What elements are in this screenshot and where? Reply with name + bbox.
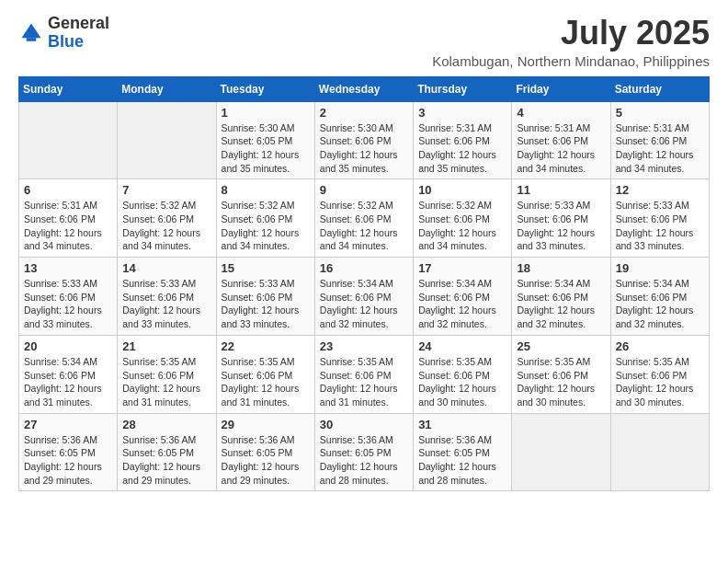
calendar-cell: 27Sunrise: 5:36 AMSunset: 6:05 PMDayligh… — [19, 413, 118, 491]
calendar-cell: 18Sunrise: 5:34 AMSunset: 6:06 PMDayligh… — [512, 258, 610, 336]
day-number: 17 — [418, 261, 506, 275]
day-number: 24 — [418, 339, 506, 353]
svg-rect-1 — [27, 38, 37, 41]
calendar-week-row: 1Sunrise: 5:30 AMSunset: 6:05 PMDaylight… — [19, 101, 710, 179]
day-number: 25 — [517, 339, 605, 353]
day-info: Sunrise: 5:35 AMSunset: 6:06 PMDaylight:… — [222, 355, 310, 409]
day-number: 11 — [517, 183, 605, 197]
logo-blue: Blue — [48, 32, 84, 51]
day-info: Sunrise: 5:30 AMSunset: 6:06 PMDaylight:… — [320, 121, 408, 176]
day-number: 10 — [418, 183, 506, 197]
calendar-cell: 28Sunrise: 5:36 AMSunset: 6:05 PMDayligh… — [118, 413, 216, 491]
day-number: 7 — [122, 183, 210, 197]
calendar-cell — [512, 413, 610, 491]
calendar-cell: 2Sunrise: 5:30 AMSunset: 6:06 PMDaylight… — [314, 101, 413, 179]
calendar-body: 1Sunrise: 5:30 AMSunset: 6:05 PMDaylight… — [19, 101, 710, 491]
day-info: Sunrise: 5:31 AMSunset: 6:06 PMDaylight:… — [517, 121, 605, 176]
calendar-cell: 13Sunrise: 5:33 AMSunset: 6:06 PMDayligh… — [19, 258, 118, 336]
calendar-cell: 3Sunrise: 5:31 AMSunset: 6:06 PMDaylight… — [414, 101, 512, 179]
calendar-cell: 26Sunrise: 5:35 AMSunset: 6:06 PMDayligh… — [610, 335, 709, 413]
day-info: Sunrise: 5:31 AMSunset: 6:06 PMDaylight:… — [24, 199, 112, 253]
day-info: Sunrise: 5:34 AMSunset: 6:06 PMDaylight:… — [517, 277, 605, 331]
logo-icon — [18, 20, 44, 46]
day-info: Sunrise: 5:36 AMSunset: 6:05 PMDaylight:… — [320, 433, 408, 488]
weekday-header: Thursday — [414, 76, 512, 101]
calendar-cell: 11Sunrise: 5:33 AMSunset: 6:06 PMDayligh… — [512, 179, 610, 258]
calendar-cell: 31Sunrise: 5:36 AMSunset: 6:05 PMDayligh… — [414, 413, 512, 491]
calendar-cell: 24Sunrise: 5:35 AMSunset: 6:06 PMDayligh… — [414, 335, 512, 413]
calendar-week-row: 20Sunrise: 5:34 AMSunset: 6:06 PMDayligh… — [19, 335, 710, 413]
calendar-cell: 20Sunrise: 5:34 AMSunset: 6:06 PMDayligh… — [19, 335, 118, 413]
day-info: Sunrise: 5:36 AMSunset: 6:05 PMDaylight:… — [122, 433, 210, 488]
day-number: 23 — [320, 339, 408, 353]
day-info: Sunrise: 5:33 AMSunset: 6:06 PMDaylight:… — [24, 277, 112, 331]
day-number: 14 — [122, 261, 210, 275]
weekday-header: Tuesday — [216, 76, 314, 101]
calendar-cell: 29Sunrise: 5:36 AMSunset: 6:05 PMDayligh… — [216, 413, 314, 491]
calendar-cell: 23Sunrise: 5:35 AMSunset: 6:06 PMDayligh… — [314, 335, 413, 413]
day-info: Sunrise: 5:32 AMSunset: 6:06 PMDaylight:… — [222, 199, 310, 253]
month-title: July 2025 — [432, 15, 710, 52]
day-info: Sunrise: 5:33 AMSunset: 6:06 PMDaylight:… — [517, 199, 605, 253]
calendar-cell: 12Sunrise: 5:33 AMSunset: 6:06 PMDayligh… — [610, 179, 709, 258]
calendar-week-row: 27Sunrise: 5:36 AMSunset: 6:05 PMDayligh… — [19, 413, 710, 491]
day-number: 13 — [24, 261, 112, 275]
day-number: 27 — [24, 418, 112, 431]
day-info: Sunrise: 5:30 AMSunset: 6:05 PMDaylight:… — [222, 121, 310, 176]
page-header: General Blue July 2025 Kolambugan, North… — [18, 15, 710, 69]
day-number: 2 — [320, 106, 408, 120]
calendar-cell — [610, 413, 709, 491]
calendar-cell — [19, 101, 118, 179]
day-info: Sunrise: 5:36 AMSunset: 6:05 PMDaylight:… — [418, 433, 506, 488]
calendar-table: SundayMondayTuesdayWednesdayThursdayFrid… — [18, 76, 710, 492]
day-info: Sunrise: 5:33 AMSunset: 6:06 PMDaylight:… — [222, 277, 310, 331]
day-info: Sunrise: 5:32 AMSunset: 6:06 PMDaylight:… — [418, 199, 506, 253]
day-number: 26 — [616, 339, 704, 353]
day-info: Sunrise: 5:35 AMSunset: 6:06 PMDaylight:… — [122, 355, 210, 409]
calendar-cell: 25Sunrise: 5:35 AMSunset: 6:06 PMDayligh… — [512, 335, 610, 413]
calendar-cell: 19Sunrise: 5:34 AMSunset: 6:06 PMDayligh… — [610, 258, 709, 336]
calendar-week-row: 6Sunrise: 5:31 AMSunset: 6:06 PMDaylight… — [19, 179, 710, 258]
calendar-cell: 1Sunrise: 5:30 AMSunset: 6:05 PMDaylight… — [216, 101, 314, 179]
day-number: 31 — [418, 418, 506, 431]
day-info: Sunrise: 5:35 AMSunset: 6:06 PMDaylight:… — [517, 355, 605, 409]
day-number: 15 — [222, 261, 310, 275]
calendar-week-row: 13Sunrise: 5:33 AMSunset: 6:06 PMDayligh… — [19, 258, 710, 336]
day-number: 19 — [616, 261, 704, 275]
calendar-cell: 17Sunrise: 5:34 AMSunset: 6:06 PMDayligh… — [414, 258, 512, 336]
weekday-header: Saturday — [610, 76, 709, 101]
calendar-cell — [118, 101, 216, 179]
day-number: 21 — [122, 339, 210, 353]
day-number: 28 — [122, 418, 210, 431]
day-info: Sunrise: 5:33 AMSunset: 6:06 PMDaylight:… — [122, 277, 210, 331]
day-info: Sunrise: 5:34 AMSunset: 6:06 PMDaylight:… — [320, 277, 408, 331]
calendar-cell: 9Sunrise: 5:32 AMSunset: 6:06 PMDaylight… — [314, 179, 413, 258]
calendar-cell: 30Sunrise: 5:36 AMSunset: 6:05 PMDayligh… — [314, 413, 413, 491]
weekday-row: SundayMondayTuesdayWednesdayThursdayFrid… — [19, 76, 710, 101]
day-info: Sunrise: 5:32 AMSunset: 6:06 PMDaylight:… — [320, 199, 408, 253]
day-number: 1 — [222, 106, 310, 120]
weekday-header: Sunday — [19, 76, 118, 101]
logo-text: General Blue — [48, 15, 109, 52]
svg-marker-0 — [22, 23, 41, 38]
weekday-header: Friday — [512, 76, 610, 101]
day-number: 4 — [517, 106, 605, 120]
day-info: Sunrise: 5:35 AMSunset: 6:06 PMDaylight:… — [320, 355, 408, 409]
calendar-cell: 8Sunrise: 5:32 AMSunset: 6:06 PMDaylight… — [216, 179, 314, 258]
day-number: 12 — [616, 183, 704, 197]
day-info: Sunrise: 5:35 AMSunset: 6:06 PMDaylight:… — [616, 355, 704, 409]
logo-general: General — [48, 14, 109, 32]
day-info: Sunrise: 5:31 AMSunset: 6:06 PMDaylight:… — [616, 121, 704, 176]
calendar-cell: 21Sunrise: 5:35 AMSunset: 6:06 PMDayligh… — [118, 335, 216, 413]
calendar-cell: 22Sunrise: 5:35 AMSunset: 6:06 PMDayligh… — [216, 335, 314, 413]
calendar-cell: 4Sunrise: 5:31 AMSunset: 6:06 PMDaylight… — [512, 101, 610, 179]
calendar-cell: 10Sunrise: 5:32 AMSunset: 6:06 PMDayligh… — [414, 179, 512, 258]
day-number: 18 — [517, 261, 605, 275]
day-number: 3 — [418, 106, 506, 120]
calendar-cell: 15Sunrise: 5:33 AMSunset: 6:06 PMDayligh… — [216, 258, 314, 336]
day-info: Sunrise: 5:34 AMSunset: 6:06 PMDaylight:… — [24, 355, 112, 409]
calendar-cell: 7Sunrise: 5:32 AMSunset: 6:06 PMDaylight… — [118, 179, 216, 258]
calendar-cell: 14Sunrise: 5:33 AMSunset: 6:06 PMDayligh… — [118, 258, 216, 336]
day-number: 30 — [320, 418, 408, 431]
day-info: Sunrise: 5:34 AMSunset: 6:06 PMDaylight:… — [616, 277, 704, 331]
